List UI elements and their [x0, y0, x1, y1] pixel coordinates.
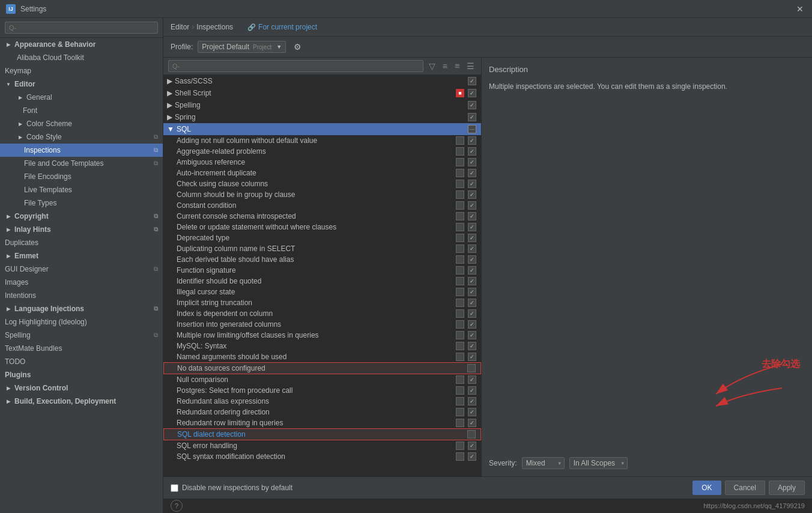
sql-item-3-cb2[interactable]: [468, 169, 476, 177]
for-current-project-link[interactable]: 🔗 For current project: [247, 23, 317, 31]
sidebar-item-copyright[interactable]: ▶ Copyright ⧉: [0, 210, 163, 223]
sql-item-9[interactable]: Deprecated type: [163, 232, 481, 243]
sql-item-8-cb1[interactable]: [456, 223, 464, 231]
sql-checkbox[interactable]: [468, 125, 476, 133]
sql-item-10-cb2[interactable]: [468, 244, 476, 253]
sql-item-15-cb1[interactable]: [456, 299, 464, 307]
sql-item-13[interactable]: Identifier should be quoted: [163, 276, 481, 287]
sql-item-3[interactable]: Auto-increment duplicate: [163, 168, 481, 178]
sql-item-4-cb2[interactable]: [468, 180, 476, 188]
sql-item-12-cb1[interactable]: [456, 266, 464, 275]
sql-item-6[interactable]: Constant condition: [163, 200, 481, 211]
sql-item-24-cb1[interactable]: [456, 408, 464, 416]
sql-item-0-cb1[interactable]: [456, 136, 464, 145]
sidebar-item-guidesigner[interactable]: GUI Designer ⧉: [0, 263, 163, 276]
sql-item-0-cb2[interactable]: [468, 136, 476, 145]
sql-item-21[interactable]: Null comparison: [163, 374, 481, 385]
sql-item-17-cb1[interactable]: [456, 320, 464, 329]
severity-select[interactable]: Mixed Error Warning: [522, 457, 565, 469]
sql-item-4-cb1[interactable]: [456, 180, 464, 188]
close-window-button[interactable]: ✕: [794, 4, 806, 14]
sql-item-18-cb1[interactable]: [456, 331, 464, 339]
sql-item-7-cb2[interactable]: [468, 212, 476, 220]
sidebar-item-colorscheme[interactable]: ▶ Color Scheme: [0, 117, 163, 130]
sql-item-17-cb2[interactable]: [468, 320, 476, 329]
sql-item-1-cb1[interactable]: [456, 147, 464, 156]
sql-item-24-cb2[interactable]: [468, 408, 476, 416]
sql-item-18-cb2[interactable]: [468, 331, 476, 339]
sql-item-9-cb2[interactable]: [468, 234, 476, 242]
sidebar-item-filecodetemplates[interactable]: File and Code Templates ⧉: [0, 157, 163, 170]
sidebar-item-keymap[interactable]: Keymap: [0, 64, 163, 77]
sql-item-22[interactable]: Postgres: Select from procedure call: [163, 385, 481, 396]
sql-item-16-cb2[interactable]: [468, 309, 476, 318]
sidebar-item-editor[interactable]: ▼ Editor: [0, 77, 163, 91]
sql-item-22-cb2[interactable]: [468, 386, 476, 395]
help-button[interactable]: ?: [171, 500, 183, 512]
cancel-button[interactable]: Cancel: [725, 481, 765, 495]
sql-item-6-cb1[interactable]: [456, 201, 464, 210]
sql-item-2-cb2[interactable]: [468, 158, 476, 166]
spring-checkbox[interactable]: [468, 113, 476, 121]
sql-item-0[interactable]: Adding not null column without default v…: [163, 135, 481, 146]
spelling-checkbox[interactable]: [468, 101, 476, 109]
sql-item-13-cb2[interactable]: [468, 277, 476, 285]
sql-item-1[interactable]: Aggregate-related problems: [163, 146, 481, 157]
sidebar-item-versioncontrol[interactable]: ▶ Version Control: [0, 381, 163, 395]
sidebar-item-fileencodings[interactable]: File Encodings: [0, 170, 163, 183]
sidebar-item-filetypes[interactable]: File Types: [0, 196, 163, 210]
sql-item-19-cb2[interactable]: [468, 342, 476, 350]
sidebar-item-images[interactable]: Images: [0, 276, 163, 289]
sql-item-20-cb1[interactable]: [456, 353, 464, 361]
sql-item-10-cb1[interactable]: [456, 244, 464, 253]
group-sql[interactable]: ▼ SQL: [163, 123, 481, 135]
sql-item-13-cb1[interactable]: [456, 277, 464, 285]
sql-item-18[interactable]: Multiple row limiting/offset clauses in …: [163, 330, 481, 341]
sql-item-16-cb1[interactable]: [456, 309, 464, 318]
shell-checkbox[interactable]: [456, 89, 464, 97]
sql-item-26[interactable]: SQL error handling: [163, 440, 481, 451]
sql-item-11-cb2[interactable]: [468, 255, 476, 264]
sql-dialect-cb[interactable]: [467, 430, 476, 439]
sidebar-item-inspections[interactable]: Inspections ⧉: [0, 144, 163, 157]
sql-item-25[interactable]: Redundant row limiting in queries: [163, 417, 481, 428]
sql-item-20[interactable]: Named arguments should be used: [163, 351, 481, 362]
sql-item-7[interactable]: Current console schema introspected: [163, 211, 481, 222]
group-spelling[interactable]: ▶ Spelling: [163, 99, 481, 111]
sql-item-27[interactable]: SQL syntax modification detection: [163, 451, 481, 462]
ok-button[interactable]: OK: [692, 481, 721, 495]
sql-item-6-cb2[interactable]: [468, 201, 476, 210]
sql-item-23-cb2[interactable]: [468, 397, 476, 405]
sql-item-23-cb1[interactable]: [456, 397, 464, 405]
sql-item-17[interactable]: Insertion into generated columns: [163, 319, 481, 330]
group-spring[interactable]: ▶ Spring: [163, 111, 481, 123]
sidebar-item-font[interactable]: Font: [0, 104, 163, 117]
apply-button[interactable]: Apply: [769, 481, 805, 495]
shell-checkbox2[interactable]: [468, 89, 476, 97]
sql-item-12-cb2[interactable]: [468, 266, 476, 275]
sql-item-7-cb1[interactable]: [456, 212, 464, 220]
sql-item-15[interactable]: Implicit string truncation: [163, 297, 481, 308]
sidebar-item-build[interactable]: ▶ Build, Execution, Deployment: [0, 395, 163, 408]
sidebar-item-duplicates[interactable]: Duplicates: [0, 236, 163, 249]
sidebar-item-appearance[interactable]: ▶ Appearance & Behavior: [0, 38, 163, 51]
sql-item-1-cb2[interactable]: [468, 147, 476, 156]
sql-item-26-cb1[interactable]: [456, 442, 464, 450]
sidebar-item-spelling[interactable]: Spelling ⧉: [0, 329, 163, 342]
sql-item-16[interactable]: Index is dependent on column: [163, 308, 481, 319]
sidebar-item-general[interactable]: ▶ General: [0, 91, 163, 104]
sql-item-11[interactable]: Each derived table should have alias: [163, 254, 481, 265]
profile-select[interactable]: Project Default Project ▼: [198, 41, 286, 53]
filter-icon[interactable]: ▽: [427, 60, 437, 72]
sql-item-5-cb2[interactable]: [468, 190, 476, 199]
group-sass[interactable]: ▶ Sass/SCSS: [163, 75, 481, 87]
sql-item-21-cb1[interactable]: [456, 375, 464, 384]
sidebar-item-intentions[interactable]: Intentions: [0, 289, 163, 302]
sidebar-item-codestyle[interactable]: ▶ Code Style ⧉: [0, 130, 163, 144]
sql-item-2[interactable]: Ambiguous reference: [163, 157, 481, 168]
sql-item-12[interactable]: Function signature: [163, 265, 481, 276]
gear-button[interactable]: ⚙: [291, 40, 304, 53]
sidebar-item-inlayhints[interactable]: ▶ Inlay Hints ⧉: [0, 223, 163, 236]
sql-item-nodatasource[interactable]: No data sources configured: [163, 362, 481, 374]
sql-item-11-cb1[interactable]: [456, 255, 464, 264]
